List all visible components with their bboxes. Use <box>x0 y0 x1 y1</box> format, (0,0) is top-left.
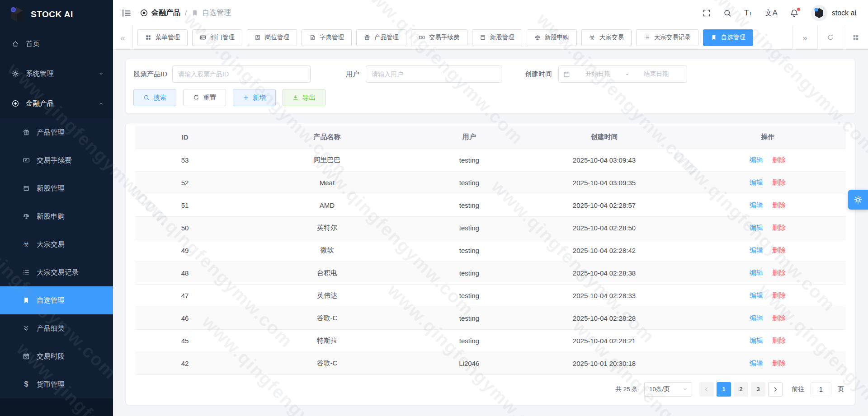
delete-link[interactable]: 删除 <box>772 156 786 164</box>
menu-fold-icon[interactable] <box>120 7 133 19</box>
tab-ipo-management[interactable]: 新股管理 <box>472 29 522 46</box>
search-icon <box>723 9 731 17</box>
edit-link[interactable]: 编辑 <box>750 156 763 164</box>
tab-label: 新股管理 <box>490 33 514 42</box>
fullscreen-button[interactable] <box>703 9 711 17</box>
table-row: 48台积电testing2025-10-04 02:28:38编辑删除 <box>135 262 846 284</box>
user-menu[interactable]: stock ai <box>811 5 856 21</box>
cell-id: 53 <box>135 149 235 171</box>
export-button[interactable]: 导出 <box>283 89 326 106</box>
edit-link[interactable]: 编辑 <box>750 314 763 322</box>
edit-link[interactable]: 编辑 <box>750 337 763 344</box>
delete-link[interactable]: 删除 <box>772 314 786 322</box>
delete-link[interactable]: 删除 <box>772 246 786 254</box>
column-header: 操作 <box>689 126 846 149</box>
tab-dept-management[interactable]: 部门管理 <box>192 29 242 46</box>
edit-link[interactable]: 编辑 <box>750 246 763 254</box>
font-size-button[interactable]: TT <box>744 9 752 17</box>
main-column: 金融产品 / 自选管理 TT文A stock ai <box>113 0 868 416</box>
tab-label: 产品管理 <box>374 33 399 42</box>
calendar-x-icon <box>22 353 31 360</box>
sidebar-item-trade-fee[interactable]: 交易手续费 <box>0 146 113 174</box>
sidebar-item-ipo-management[interactable]: 新股管理 <box>0 174 113 202</box>
refresh-button[interactable] <box>817 26 843 49</box>
tab-ipo-subscription[interactable]: 新股申购 <box>527 29 577 46</box>
delete-link[interactable]: 删除 <box>772 178 786 186</box>
export-button-label: 导出 <box>302 93 316 102</box>
sidebar-item-watchlist-management[interactable]: 自选管理 <box>0 286 113 314</box>
filter-panel: 股票产品ID 用户 创建时间 开始日期 - 结束日期 搜索 <box>126 59 855 114</box>
notifications-button[interactable] <box>790 9 798 17</box>
tab-label: 菜单管理 <box>156 33 180 42</box>
delete-link[interactable]: 删除 <box>772 291 786 299</box>
goto-page-input[interactable] <box>811 383 831 396</box>
tab-post-management[interactable]: 岗位管理 <box>247 29 297 46</box>
search-button[interactable]: 搜索 <box>133 89 176 106</box>
edit-link[interactable]: 编辑 <box>750 291 763 299</box>
sidebar-item-home[interactable]: 首页 <box>0 29 113 59</box>
app-logo[interactable]: STOCK AI <box>0 0 113 29</box>
page-button-1[interactable]: 1 <box>717 382 731 397</box>
delete-link[interactable]: 删除 <box>772 359 786 367</box>
delete-link[interactable]: 删除 <box>772 224 786 231</box>
table-row: 42谷歌-CLi20462025-10-01 20:30:18编辑删除 <box>135 352 846 374</box>
cell-name: 英伟达 <box>235 284 420 307</box>
tab-block-trade-records[interactable]: 大宗交易记录 <box>636 29 698 46</box>
cell-created: 2025-10-04 03:09:43 <box>519 149 689 171</box>
page-button-3[interactable]: 3 <box>751 382 765 397</box>
sidebar-item-block-trade-records[interactable]: 大宗交易记录 <box>0 258 113 286</box>
cell-user: testing <box>420 239 519 262</box>
tab-label: 新股申购 <box>545 33 569 42</box>
scroll-right-button[interactable]: » <box>792 26 817 49</box>
page-size-select[interactable]: 10条/页 <box>644 382 692 397</box>
sidebar-item-label: 系统管理 <box>26 69 54 79</box>
cell-created: 2025-10-04 02:28:28 <box>519 307 689 329</box>
cell-name: 谷歌-C <box>235 352 420 374</box>
sidebar-item-label: 交易时段 <box>37 352 65 361</box>
sidebar-item-ipo-subscription[interactable]: 新股申购 <box>0 202 113 230</box>
panels-button[interactable] <box>843 26 868 49</box>
tab-label: 部门管理 <box>210 33 235 42</box>
cell-actions: 编辑删除 <box>689 262 846 284</box>
user-input[interactable] <box>366 65 501 83</box>
tab-menu-management[interactable]: 菜单管理 <box>137 29 188 46</box>
delete-link[interactable]: 删除 <box>772 269 786 276</box>
prev-page-button[interactable] <box>699 382 714 397</box>
theme-settings-button[interactable] <box>848 190 868 210</box>
archive-icon <box>22 185 31 192</box>
breadcrumb-current: 自选管理 <box>202 8 231 18</box>
sidebar-item-system-management[interactable]: 系统管理 <box>0 59 113 89</box>
add-button[interactable]: 新增 <box>233 89 276 106</box>
edit-link[interactable]: 编辑 <box>750 178 763 186</box>
content-area: 股票产品ID 用户 创建时间 开始日期 - 结束日期 搜索 <box>113 50 868 416</box>
sidebar-item-product-subcategory[interactable]: 产品细类 <box>0 314 113 342</box>
sidebar-item-trading-sessions[interactable]: 交易时段 <box>0 342 113 370</box>
next-page-button[interactable] <box>768 382 783 397</box>
edit-link[interactable]: 编辑 <box>750 201 763 209</box>
delete-link[interactable]: 删除 <box>772 337 786 344</box>
tabs-scroll-left-button[interactable]: « <box>113 26 133 49</box>
sidebar-item-financial-products[interactable]: 金融产品 <box>0 89 113 118</box>
sidebar-item-product-management[interactable]: 产品管理 <box>0 118 113 146</box>
cell-created: 2025-10-04 03:09:35 <box>519 171 689 194</box>
tab-dict-management[interactable]: 字典管理 <box>302 29 352 46</box>
edit-link[interactable]: 编辑 <box>750 269 763 276</box>
tab-watchlist-management[interactable]: 自选管理 <box>703 29 753 46</box>
cell-id: 50 <box>135 216 235 239</box>
search-button[interactable] <box>723 9 731 17</box>
page-button-2[interactable]: 2 <box>734 382 748 397</box>
reset-button[interactable]: 重置 <box>183 89 226 106</box>
edit-link[interactable]: 编辑 <box>750 359 763 367</box>
language-button[interactable]: 文A <box>764 9 777 17</box>
tab-product-management[interactable]: 产品管理 <box>356 29 406 46</box>
cell-name: 英特尔 <box>235 216 420 239</box>
delete-link[interactable]: 删除 <box>772 201 786 209</box>
date-range-picker[interactable]: 开始日期 - 结束日期 <box>558 65 687 83</box>
edit-link[interactable]: 编辑 <box>750 224 763 231</box>
tab-block-trade[interactable]: ☣大宗交易 <box>581 29 632 46</box>
sidebar-item-currency-management[interactable]: $货币管理 <box>0 370 113 398</box>
sidebar-item-block-trade[interactable]: ☣大宗交易 <box>0 230 113 258</box>
breadcrumb-parent[interactable]: 金融产品 <box>151 8 180 18</box>
product-id-input[interactable] <box>172 65 311 83</box>
tab-trade-fee[interactable]: 交易手续费 <box>411 29 467 46</box>
